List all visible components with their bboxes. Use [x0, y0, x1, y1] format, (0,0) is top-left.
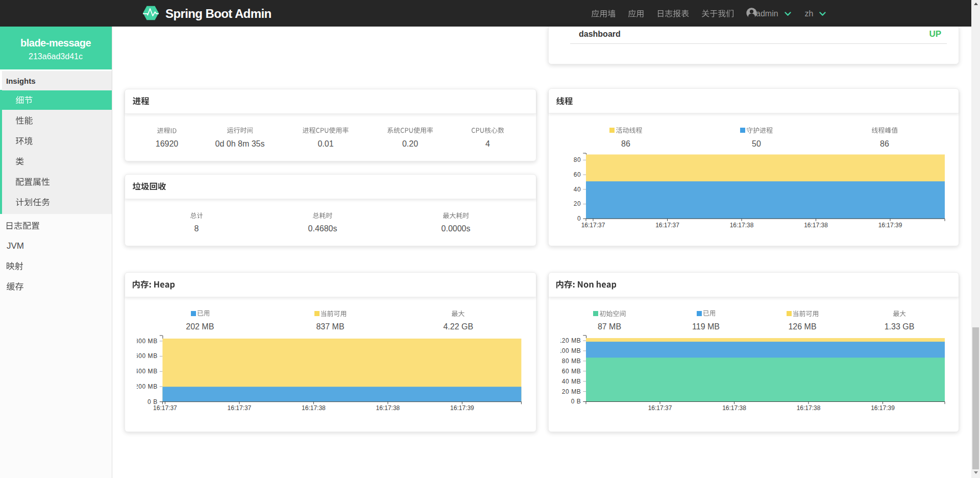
svg-text:20 MB: 20 MB	[562, 388, 581, 395]
svg-text:16:17:38: 16:17:38	[302, 404, 326, 412]
svg-text:200 MB: 200 MB	[137, 383, 158, 390]
svg-text:16:17:38: 16:17:38	[730, 222, 754, 229]
svg-text:16:17:37: 16:17:37	[581, 222, 605, 229]
svg-text:800 MB: 800 MB	[137, 338, 158, 345]
svg-text:16:17:38: 16:17:38	[797, 404, 821, 412]
svg-text:80: 80	[574, 156, 581, 163]
svg-text:16:17:38: 16:17:38	[804, 222, 828, 229]
svg-text:16:17:39: 16:17:39	[878, 222, 902, 229]
svg-text:16:17:39: 16:17:39	[450, 404, 474, 412]
svg-text:16:17:37: 16:17:37	[655, 222, 679, 229]
svg-text:40: 40	[574, 186, 581, 193]
svg-text:120 MB: 120 MB	[560, 337, 581, 344]
svg-text:16:17:37: 16:17:37	[648, 404, 672, 412]
svg-text:0 B: 0 B	[571, 398, 581, 405]
svg-text:20: 20	[574, 200, 581, 207]
svg-text:16:17:38: 16:17:38	[376, 404, 400, 412]
svg-text:80 MB: 80 MB	[562, 357, 581, 365]
svg-text:0: 0	[577, 215, 581, 222]
svg-text:16:17:37: 16:17:37	[227, 404, 251, 412]
svg-text:40 MB: 40 MB	[562, 378, 581, 385]
svg-text:60 MB: 60 MB	[562, 368, 581, 375]
svg-text:16:17:37: 16:17:37	[153, 404, 177, 412]
svg-text:60: 60	[574, 171, 581, 178]
svg-text:100 MB: 100 MB	[560, 347, 581, 354]
svg-text:16:17:38: 16:17:38	[722, 404, 746, 412]
svg-text:400 MB: 400 MB	[137, 368, 158, 375]
svg-text:600 MB: 600 MB	[137, 353, 158, 360]
svg-text:16:17:39: 16:17:39	[871, 404, 895, 412]
